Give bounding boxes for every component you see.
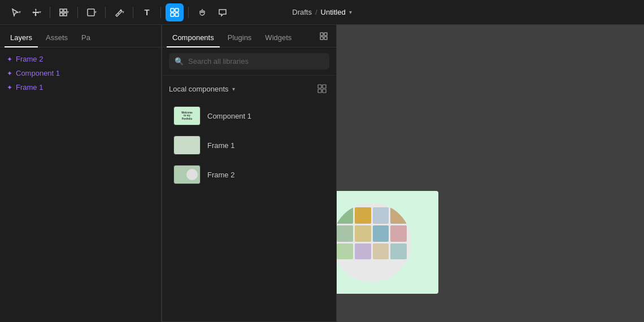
title-separator: / [315, 8, 317, 16]
comp-item-label-frame1: Frame 1 [207, 141, 234, 150]
svg-rect-12 [320, 37, 323, 40]
comp-item-component1[interactable]: Welcometo myPortfolio Component 1 [169, 103, 329, 129]
gallery-cell-1 [337, 207, 353, 224]
layer-icon-component1: ✦ [7, 69, 12, 77]
svg-rect-17 [323, 89, 326, 93]
tool-separator-2 [77, 7, 78, 18]
gallery-cell-6 [355, 225, 371, 242]
tab-layers[interactable]: Layers [5, 29, 38, 47]
gallery-cell-2 [355, 207, 371, 224]
comp-thumb-frame2 [173, 165, 201, 184]
toolbar: ▾ ▾ ▾ ▾ [0, 0, 644, 25]
search-icon: 🔍 [175, 57, 184, 66]
left-panel: Layers Assets Pa ✦ Frame 2 ✦ Component 1… [0, 25, 162, 322]
layer-item-component1[interactable]: ✦ Component 1 [0, 66, 161, 80]
svg-rect-10 [320, 33, 323, 36]
layer-label-frame1: Frame 1 [16, 83, 43, 92]
svg-rect-6 [171, 8, 174, 12]
panel-tabs: Layers Assets Pa [0, 25, 161, 47]
tool-separator-6 [188, 7, 189, 18]
tool-separator-5 [160, 7, 161, 18]
tool-group-left: ▾ ▾ ▾ ▾ [7, 3, 232, 21]
comp-tab-plugins[interactable]: Plugins [222, 29, 258, 47]
tool-separator-1 [50, 7, 50, 18]
svg-rect-13 [324, 37, 327, 40]
search-input[interactable] [188, 57, 324, 66]
section-header: Local components ▾ [169, 81, 329, 96]
component-panel-close[interactable] [316, 28, 332, 44]
component-panel-tabs: Components Plugins Widgets [162, 25, 336, 47]
svg-rect-4 [88, 9, 94, 16]
svg-rect-7 [175, 8, 179, 12]
tool-separator-4 [133, 7, 133, 18]
gallery-cell-8 [390, 225, 407, 242]
frame-tool[interactable]: ▾ [55, 3, 73, 21]
gallery-cell-7 [373, 225, 389, 242]
move-tool[interactable]: ▾ [27, 3, 45, 21]
svg-rect-9 [175, 13, 179, 16]
document-title: Drafts / Untitled ▾ [292, 8, 351, 16]
gallery-cell-9 [337, 243, 353, 260]
gallery-cell-5 [337, 225, 353, 242]
svg-rect-0 [60, 9, 63, 12]
title-chevron[interactable]: ▾ [349, 9, 352, 15]
comp-thumb-component1: Welcometo myPortfolio [173, 106, 201, 125]
gallery-circle [332, 203, 411, 282]
component-panel: Components Plugins Widgets 🔍 Loc [162, 25, 337, 322]
comp-item-frame1[interactable]: Frame 1 [169, 132, 329, 158]
drafts-label: Drafts [292, 8, 312, 16]
tab-pages[interactable]: Pa [76, 29, 96, 47]
svg-rect-11 [324, 33, 327, 36]
svg-rect-15 [323, 85, 326, 88]
search-area: 🔍 [162, 47, 336, 76]
search-box: 🔍 [169, 53, 329, 69]
comp-item-frame2[interactable]: Frame 2 [169, 162, 329, 188]
grid-toggle-button[interactable] [315, 81, 329, 96]
comp-item-label-component1: Component 1 [207, 112, 251, 120]
svg-rect-2 [60, 13, 63, 16]
document-name[interactable]: Untitled [321, 8, 346, 16]
gallery-cell-3 [373, 207, 389, 224]
comp-tab-widgets[interactable]: Widgets [259, 29, 297, 47]
tab-assets[interactable]: Assets [40, 29, 73, 47]
layer-icon-frame1: ✦ [7, 84, 12, 92]
pen-tool[interactable]: ▾ [110, 3, 128, 21]
text-tool[interactable]: T [138, 3, 156, 21]
gallery-cell-11 [373, 243, 389, 260]
select-tool[interactable]: ▾ [7, 3, 25, 21]
tool-separator-3 [105, 7, 106, 18]
svg-rect-14 [318, 85, 321, 88]
layer-label-frame2: Frame 2 [16, 55, 43, 63]
svg-rect-16 [318, 89, 321, 93]
main-area: Layers Assets Pa ✦ Frame 2 ✦ Component 1… [0, 25, 644, 322]
layer-item-frame1[interactable]: ✦ Frame 1 [0, 80, 161, 94]
comp-tab-components[interactable]: Components [167, 29, 220, 47]
section-title[interactable]: Local components ▾ [169, 85, 235, 93]
components-tool[interactable] [166, 3, 184, 21]
layers-list: ✦ Frame 2 ✦ Component 1 ✦ Frame 1 [0, 47, 161, 99]
section-chevron: ▾ [232, 86, 235, 92]
comp-item-label-frame2: Frame 2 [207, 171, 234, 179]
svg-rect-8 [171, 13, 174, 16]
gallery-cell-10 [355, 243, 371, 260]
component-section: Local components ▾ Welcometo myPortfolio [162, 76, 336, 321]
gallery-cell-12 [390, 243, 407, 260]
shapes-tool[interactable]: ▾ [82, 3, 101, 21]
hand-tool[interactable] [193, 3, 211, 21]
layer-item-frame2[interactable]: ✦ Frame 2 [0, 52, 161, 66]
gallery-cell-4 [390, 207, 407, 224]
comment-tool[interactable] [214, 3, 232, 21]
component-items-list: Welcometo myPortfolio Component 1 Frame … [169, 103, 329, 188]
layer-icon-frame2: ✦ [7, 55, 12, 63]
comp-thumb-frame1 [173, 136, 201, 155]
section-title-text: Local components [169, 85, 229, 93]
gallery-grid [332, 203, 411, 282]
layer-label-component1: Component 1 [16, 69, 60, 77]
